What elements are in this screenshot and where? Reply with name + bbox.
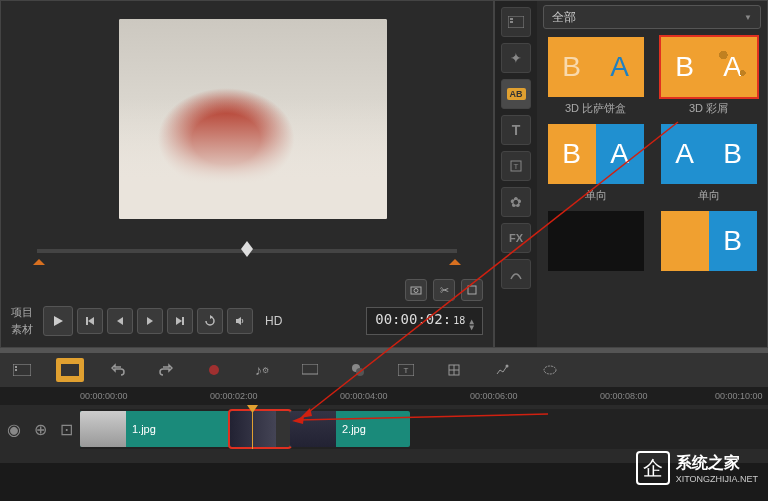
prev-frame-button[interactable] — [107, 308, 133, 334]
material-tab[interactable]: 素材 — [11, 322, 33, 337]
text-tab-icon[interactable]: T — [501, 151, 531, 181]
watermark-icon: 企 — [636, 451, 670, 485]
go-start-button[interactable] — [77, 308, 103, 334]
svg-rect-14 — [510, 18, 513, 20]
watermark: 企 系统之家 XITONGZHIJIA.NET — [636, 451, 758, 485]
svg-point-2 — [414, 289, 418, 293]
timeline-toolbar: ♪⚙ T — [0, 353, 768, 387]
svg-marker-8 — [147, 317, 153, 325]
timeline-view-icon[interactable] — [56, 358, 84, 382]
svg-rect-10 — [182, 317, 184, 325]
scrubber-handle[interactable] — [239, 241, 255, 257]
storyboard-view-icon[interactable] — [8, 358, 36, 382]
transition-item[interactable] — [543, 211, 648, 271]
video-track: ◉ ⊕ ⊡ 1.jpg 2.jpg — [0, 409, 768, 449]
clip[interactable]: 2.jpg — [290, 411, 410, 447]
snapshot-button[interactable] — [405, 279, 427, 301]
clip[interactable]: 1.jpg — [80, 411, 230, 447]
auto-music-icon[interactable] — [296, 358, 324, 382]
undo-button[interactable] — [104, 358, 132, 382]
svg-rect-19 — [15, 366, 17, 368]
project-tab[interactable]: 项目 — [11, 305, 33, 320]
color-button[interactable] — [344, 358, 372, 382]
svg-rect-15 — [510, 21, 513, 23]
timecode-display[interactable]: 00:00:02:18 ▲▼ — [366, 307, 483, 335]
preview-image[interactable] — [119, 19, 387, 219]
effects-tab-icon[interactable]: ✦ — [501, 43, 531, 73]
crop-button[interactable] — [461, 279, 483, 301]
filter-dropdown[interactable]: 全部 — [543, 5, 761, 29]
go-end-button[interactable] — [167, 308, 193, 334]
fx-tab-icon[interactable]: FX — [501, 223, 531, 253]
svg-point-23 — [209, 365, 219, 375]
scrubber[interactable] — [37, 241, 457, 261]
motion-button[interactable] — [488, 358, 516, 382]
transition-item[interactable]: BA 单向 — [543, 124, 648, 203]
track-motion-icon[interactable] — [536, 358, 564, 382]
timecode-stepper[interactable]: ▲▼ — [469, 319, 474, 331]
out-marker[interactable] — [449, 253, 461, 265]
svg-point-32 — [506, 365, 509, 368]
transition-grid: BA 3D 比萨饼盒 BA 3D 彩屑 BA 单向 AB 单向 — [543, 37, 761, 271]
in-marker[interactable] — [33, 253, 45, 265]
preview-toolbar: ✂ — [11, 279, 483, 301]
transition-item[interactable]: B — [656, 211, 761, 271]
timeline-panel: ♪⚙ T 00:00:00:00 00:00:02:00 00:00:04:00… — [0, 348, 768, 463]
svg-marker-9 — [176, 317, 182, 325]
track-header[interactable]: ◉ ⊕ ⊡ — [0, 409, 80, 449]
chapter-button[interactable] — [440, 358, 468, 382]
svg-rect-20 — [15, 369, 17, 371]
loop-button[interactable] — [197, 308, 223, 334]
volume-button[interactable] — [227, 308, 253, 334]
visibility-icon[interactable]: ◉ — [7, 420, 21, 439]
svg-rect-24 — [302, 364, 318, 374]
svg-marker-12 — [236, 317, 241, 325]
svg-marker-6 — [88, 317, 94, 325]
svg-text:T: T — [514, 162, 519, 171]
media-tab-icon[interactable] — [501, 7, 531, 37]
track-body[interactable]: 1.jpg 2.jpg — [80, 409, 768, 449]
transition-item[interactable]: BA 3D 比萨饼盒 — [543, 37, 648, 116]
library-tabs: ✦ AB T T ✿ FX — [495, 1, 537, 347]
svg-marker-0 — [241, 241, 253, 257]
subtitle-button[interactable]: T — [392, 358, 420, 382]
transition-item[interactable]: AB 单向 — [656, 124, 761, 203]
audio-mixer-icon[interactable]: ♪⚙ — [248, 358, 276, 382]
title-tab-icon[interactable]: T — [501, 115, 531, 145]
record-button[interactable] — [200, 358, 228, 382]
svg-text:T: T — [404, 366, 409, 375]
svg-marker-4 — [54, 316, 63, 326]
svg-point-26 — [356, 368, 364, 376]
cut-button[interactable]: ✂ — [433, 279, 455, 301]
play-button[interactable] — [43, 306, 73, 336]
svg-rect-5 — [86, 317, 88, 325]
timeline-ruler[interactable]: 00:00:00:00 00:00:02:00 00:00:04:00 00:0… — [0, 387, 768, 405]
svg-rect-3 — [468, 286, 476, 294]
decorations-tab-icon[interactable]: ✿ — [501, 187, 531, 217]
redo-button[interactable] — [152, 358, 180, 382]
svg-point-33 — [544, 366, 556, 374]
svg-rect-22 — [61, 368, 79, 372]
path-tab-icon[interactable] — [501, 259, 531, 289]
plus-icon[interactable]: ⊕ — [34, 420, 47, 439]
lock-icon[interactable]: ⊡ — [60, 420, 73, 439]
transition-clip[interactable] — [230, 411, 290, 447]
preview-panel: ✂ 项目 素材 HD 00:00:02:18 ▲▼ — [0, 0, 494, 348]
transition-item[interactable]: BA 3D 彩屑 — [656, 37, 761, 116]
transitions-tab-icon[interactable]: AB — [501, 79, 531, 109]
next-frame-button[interactable] — [137, 308, 163, 334]
svg-marker-7 — [117, 317, 123, 325]
library-panel: ✦ AB T T ✿ FX 全部 BA 3D 比萨饼盒 BA 3D 彩屑 — [494, 0, 768, 348]
playback-controls: 项目 素材 HD 00:00:02:18 ▲▼ — [11, 305, 483, 337]
hd-toggle[interactable]: HD — [265, 314, 282, 328]
playhead[interactable] — [252, 409, 253, 449]
